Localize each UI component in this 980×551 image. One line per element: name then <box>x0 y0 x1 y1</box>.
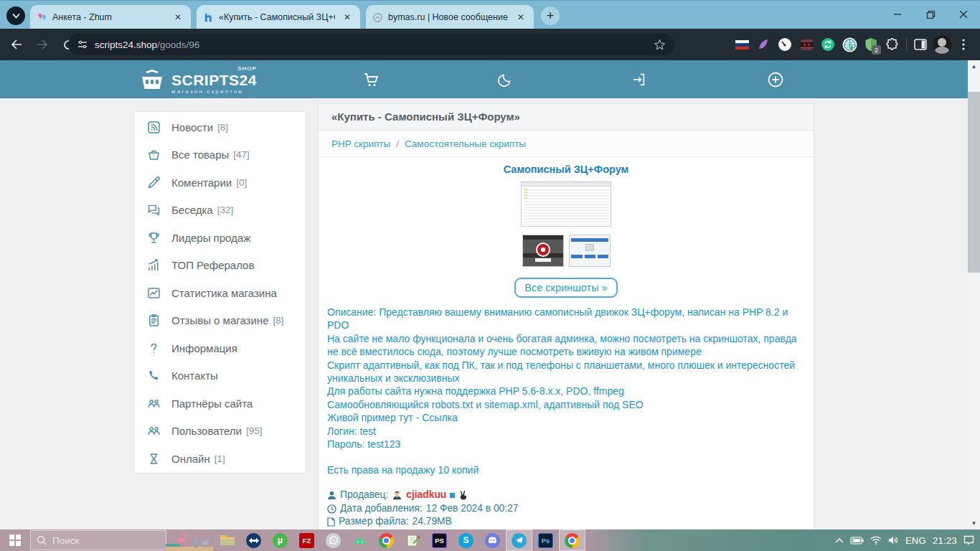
dark-mode-button[interactable] <box>496 70 514 89</box>
product-screenshot-main[interactable] <box>521 182 611 227</box>
sidebar-item-reviews[interactable]: Отзывы о магазине[8] <box>134 307 306 335</box>
mask-extension[interactable] <box>796 34 817 55</box>
hourglass-icon <box>146 451 161 466</box>
size-label: Размер файла: <box>339 515 409 529</box>
login-icon <box>631 72 647 88</box>
chrome-button[interactable] <box>559 529 585 551</box>
photoshop-button[interactable]: Ps <box>532 529 559 551</box>
phpstorm-icon: PS <box>432 533 447 548</box>
sidebar-item-contacts[interactable]: Контакты <box>134 362 306 390</box>
vpn-shield-extension[interactable]: 2 <box>860 34 882 55</box>
chrome-icon <box>565 533 580 548</box>
skype-button[interactable]: S <box>453 529 479 551</box>
site-header: SHOP SCRIPTS24 магазин скриптов <box>0 60 968 98</box>
chat-icon <box>146 202 161 217</box>
android-studio-button[interactable] <box>347 529 373 551</box>
tab-close-icon[interactable]: ✕ <box>514 11 527 24</box>
feather-extension[interactable] <box>753 34 774 55</box>
side-panel-button[interactable] <box>910 34 931 55</box>
tab-scripts24-active[interactable]: «Купить - Самописный ЗЦ+Фо ✕ <box>197 5 360 29</box>
tab-close-icon[interactable]: ✕ <box>341 11 354 24</box>
browser-toolbar: scripts24.shop/goods/96 2 <box>0 29 980 60</box>
chrome-menu-button[interactable] <box>953 34 974 55</box>
translate-flag-extension[interactable] <box>731 34 753 55</box>
teamviewer-button[interactable] <box>240 529 267 551</box>
bookmark-star-icon[interactable] <box>654 39 666 51</box>
forward-button[interactable] <box>32 34 53 55</box>
search-input[interactable] <box>52 535 146 546</box>
discord-button[interactable] <box>479 529 506 551</box>
battery-icon[interactable] <box>850 536 864 545</box>
taskbar-search[interactable] <box>30 530 166 550</box>
site-logo[interactable]: SHOP SCRIPTS24 магазин скриптов <box>138 66 257 95</box>
breadcrumb-link-php[interactable]: PHP скрипты <box>331 138 390 149</box>
sidebar-item-forum[interactable]: Беседка[32] <box>134 197 306 225</box>
extensions-menu-button[interactable] <box>882 34 903 55</box>
telegram-button[interactable] <box>506 529 532 551</box>
login-button[interactable] <box>630 70 649 89</box>
product-screenshot-dark[interactable] <box>522 235 564 267</box>
window-restore-button[interactable] <box>914 1 947 28</box>
breadcrumb-link-standalone[interactable]: Самостоятельные скрипты <box>405 138 526 149</box>
clock[interactable]: 21:23 <box>933 535 957 546</box>
sidebar-item-top-referrals[interactable]: ТОП Рефералов <box>134 252 306 280</box>
volume-icon[interactable] <box>888 536 899 545</box>
language-indicator[interactable]: ENG <box>905 535 926 546</box>
tab-close-icon[interactable]: ✕ <box>171 11 184 24</box>
file-explorer-button[interactable] <box>214 529 240 551</box>
basket-logo-icon <box>138 70 166 91</box>
address-bar[interactable]: scripts24.shop/goods/96 <box>68 34 674 55</box>
utorrent-button[interactable]: μ <box>267 529 293 551</box>
sidebar-label: Лидеры продаж <box>171 232 250 244</box>
chrome-profile2-button[interactable] <box>373 529 400 551</box>
windows-taskbar: μ FZ PS S Ps ENG 21:23 <box>0 529 980 551</box>
close-icon <box>959 10 968 19</box>
screenshot-decor <box>536 242 550 257</box>
sidebar-item-top-sellers[interactable]: Лидеры продаж <box>134 224 306 252</box>
line-chart-icon <box>146 286 161 301</box>
tab-bymas[interactable]: bymas.ru | Новое сообщение ✕ <box>366 5 534 29</box>
phpstorm-button[interactable]: PS <box>426 529 453 551</box>
whatsapp-button[interactable] <box>320 529 347 551</box>
notification-center-icon[interactable] <box>963 535 974 545</box>
sync-extension[interactable] <box>817 34 839 55</box>
scroll-down-arrow[interactable]: ▼ <box>968 517 980 529</box>
scroll-up-arrow[interactable]: ▲ <box>968 60 980 72</box>
sidebar-item-info[interactable]: Информация <box>134 334 306 362</box>
register-button[interactable] <box>766 70 785 89</box>
tab-search-button[interactable] <box>6 6 25 25</box>
wifi-icon[interactable] <box>870 536 882 545</box>
seller-username-link[interactable]: cjiadkuu <box>406 489 446 502</box>
sidebar-item-partners[interactable]: Партнёры сайта <box>134 390 306 418</box>
notepad-plus-button[interactable] <box>400 529 426 551</box>
window-close-button[interactable] <box>947 1 980 28</box>
seller-info: Продавец: cjiadkuu Дата добавления: 12 Ф… <box>327 489 805 530</box>
screenshot-decor <box>523 235 563 240</box>
all-screenshots-button[interactable]: Все скриншоты » <box>514 278 617 298</box>
russian-flag-icon <box>735 40 749 50</box>
product-screenshot-light[interactable] <box>569 235 611 267</box>
filezilla-button[interactable]: FZ <box>293 529 320 551</box>
tray-expand-icon[interactable] <box>835 537 844 543</box>
window-minimize-button[interactable] <box>881 1 914 28</box>
start-button[interactable] <box>0 529 30 551</box>
sidebar-item-online[interactable]: Онлайн[1] <box>134 445 306 473</box>
cart-button[interactable] <box>362 70 380 89</box>
breadcrumb-separator: / <box>396 138 399 149</box>
idm-extension[interactable] <box>839 34 860 55</box>
profile-button[interactable] <box>931 34 953 55</box>
sidebar-item-shop-stats[interactable]: Статистика магазина <box>134 279 306 307</box>
back-button[interactable] <box>6 34 27 55</box>
scrollbar-thumb[interactable] <box>968 92 980 273</box>
sidebar-item-news[interactable]: Новости[8] <box>134 113 306 141</box>
site-settings-icon[interactable] <box>77 39 88 50</box>
toolbar-divider <box>906 38 907 51</box>
speedtest-extension[interactable] <box>774 34 796 55</box>
page-scrollbar[interactable]: ▲ ▼ <box>968 60 980 529</box>
new-tab-button[interactable]: + <box>541 6 560 25</box>
sidebar-item-comments[interactable]: Коментарии[0] <box>134 169 306 197</box>
sidebar-item-all-goods[interactable]: Все товары[47] <box>134 141 306 169</box>
sidebar-item-users[interactable]: Пользователи[95] <box>134 418 306 446</box>
logo-text: SCRIPTS24 <box>171 72 257 88</box>
tab-anketa-zhum[interactable]: Анкета - Zhum ✕ <box>30 5 191 29</box>
